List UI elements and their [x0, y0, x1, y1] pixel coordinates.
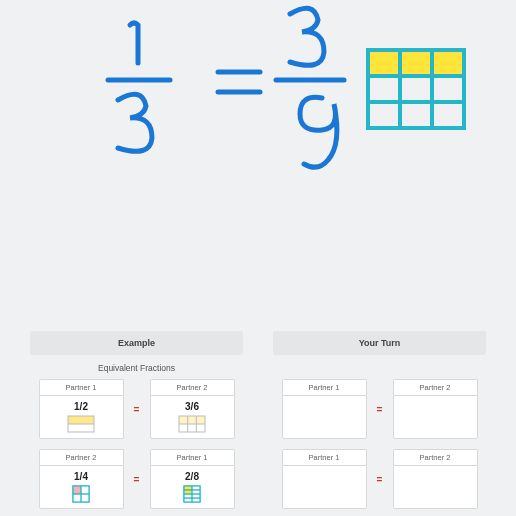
partner-label: Partner 2: [393, 449, 478, 465]
partner-label: Partner 2: [39, 449, 124, 465]
example-subtitle: Equivalent Fractions: [30, 363, 243, 373]
yourturn-panel: Your Turn . Partner 1 = Partner 2 Partne…: [273, 331, 486, 516]
digit-3-right-num: [290, 8, 324, 65]
equals-icon: =: [132, 404, 142, 415]
example-panel: Example Equivalent Fractions Partner 1 1…: [30, 331, 243, 516]
equals-icon: =: [132, 474, 142, 485]
equals-icon: =: [375, 474, 385, 485]
partner-label: Partner 1: [282, 449, 367, 465]
example-card-2-left: Partner 2 1/4: [39, 449, 124, 509]
svg-rect-0: [368, 50, 464, 76]
partner-label: Partner 2: [393, 379, 478, 395]
handwritten-equation: [0, 0, 516, 300]
equals-icon: =: [375, 404, 385, 415]
example-header: Example: [30, 331, 243, 355]
digit-1: [130, 23, 138, 63]
example-row-2: Partner 2 1/4 = Partner 1: [30, 449, 243, 509]
partner-label: Partner 1: [39, 379, 124, 395]
yourturn-header: Your Turn: [273, 331, 486, 355]
sixths-diagram-icon: [178, 415, 206, 433]
yourturn-card-1-left[interactable]: Partner 1: [282, 379, 367, 439]
example-row-1: Partner 1 1/2 = Partner 2 3/6: [30, 379, 243, 439]
yourturn-card-2-right[interactable]: Partner 2: [393, 449, 478, 509]
eighths-diagram-icon: [178, 485, 206, 503]
fraction-text: 3/6: [185, 401, 199, 412]
partner-label: Partner 1: [282, 379, 367, 395]
fraction-text: 1/2: [74, 401, 88, 412]
example-card-1-right: Partner 2 3/6: [150, 379, 235, 439]
partner-label: Partner 2: [150, 379, 235, 395]
fraction-text: 1/4: [74, 471, 88, 482]
worksheet-strip: Example Equivalent Fractions Partner 1 1…: [0, 331, 516, 516]
fraction-text: 2/8: [185, 471, 199, 482]
digit-9: [300, 97, 337, 167]
yourturn-row-1: Partner 1 = Partner 2: [273, 379, 486, 439]
partner-label: Partner 1: [150, 449, 235, 465]
half-diagram-icon: [67, 415, 95, 433]
yourturn-card-2-left[interactable]: Partner 1: [282, 449, 367, 509]
svg-rect-1: [68, 416, 94, 424]
yourturn-card-1-right[interactable]: Partner 2: [393, 379, 478, 439]
quarter-diagram-icon: [67, 485, 95, 503]
yourturn-row-2: Partner 1 = Partner 2: [273, 449, 486, 509]
example-card-1-left: Partner 1 1/2: [39, 379, 124, 439]
digit-3-left-den: [118, 94, 152, 151]
svg-rect-4: [179, 416, 205, 424]
svg-rect-9: [73, 485, 81, 493]
grid-diagram: [368, 50, 464, 128]
example-card-2-right: Partner 1 2/8: [150, 449, 235, 509]
